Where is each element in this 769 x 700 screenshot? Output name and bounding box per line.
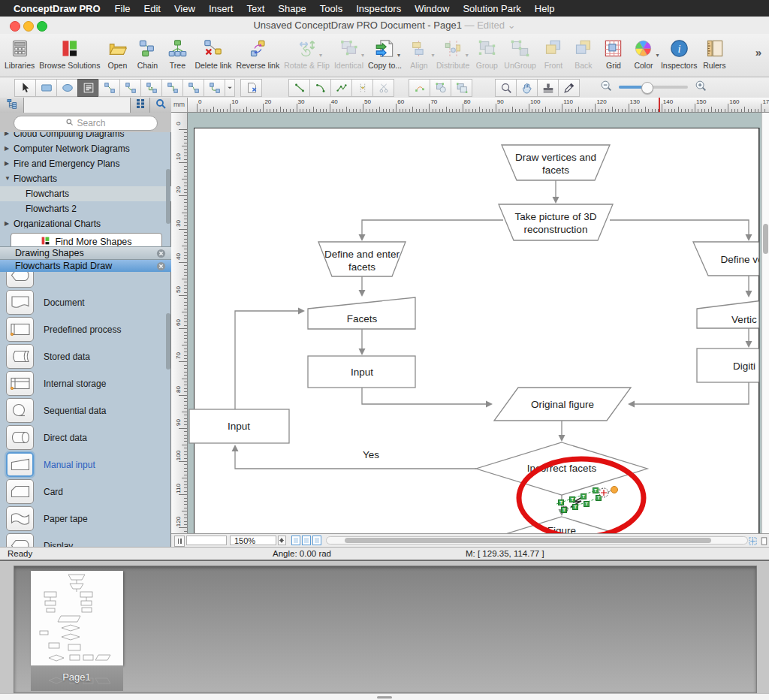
zoom-in-icon[interactable] — [694, 79, 707, 95]
shape-item-card[interactable]: Card — [6, 478, 165, 505]
library-item-flowcharts[interactable]: ▼Flowcharts — [0, 171, 171, 186]
toolbar-delete-link[interactable]: Delete link — [195, 37, 231, 70]
canvas-vscroll-thumb[interactable] — [763, 224, 768, 254]
shape-item-predefined-process[interactable]: Predefined process — [6, 316, 165, 343]
shape-item-document[interactable]: Document — [6, 289, 165, 316]
tool-dropdown-caret[interactable] — [225, 79, 235, 97]
library-item-cloud-computing-diagrams[interactable]: ▶Cloud Computing Diagrams — [0, 132, 171, 141]
library-item-flowcharts-2-sub[interactable]: Flowcharts 2 — [0, 201, 171, 216]
zoom-level-field[interactable]: 150% — [230, 536, 276, 545]
document-viewport[interactable]: Draw vertices and facets Take picture of… — [188, 113, 769, 533]
tool-connector-smart[interactable] — [140, 79, 162, 97]
section-drawing-shapes[interactable]: Drawing Shapes — [0, 246, 171, 259]
canvas-hscroll-thumb[interactable] — [345, 538, 711, 543]
toolbar-copy-to[interactable]: ▾Copy to... — [368, 37, 402, 70]
tool-hand[interactable] — [516, 79, 538, 97]
disclosure-right-icon[interactable]: ▶ — [5, 216, 9, 228]
shapes-scrollbar-thumb[interactable] — [166, 313, 170, 370]
library-item-computer-network-diagrams[interactable]: ▶Computer Network Diagrams — [0, 141, 171, 156]
toolbar-color[interactable]: ▾Color — [631, 37, 656, 70]
search-library-button[interactable] — [150, 98, 171, 113]
tool-connector-elbow[interactable] — [161, 79, 183, 97]
tool-polyline[interactable] — [330, 79, 352, 97]
toolbar-reverse-link[interactable]: Reverse link — [236, 37, 279, 70]
tool-reshape[interactable] — [409, 79, 430, 97]
menu-item-inspectors[interactable]: Inspectors — [349, 3, 408, 14]
page-view-button-1[interactable] — [291, 536, 300, 545]
tool-eyedropper[interactable] — [558, 79, 580, 97]
close-icon[interactable] — [156, 261, 166, 271]
shape-item-direct-data[interactable]: Direct data — [6, 424, 165, 451]
toolbar-overflow-chevron-icon[interactable]: » — [755, 46, 761, 59]
section-flowcharts-rapid-draw[interactable]: Flowcharts Rapid Draw — [0, 259, 171, 272]
zoom-slider-knob[interactable] — [641, 82, 653, 94]
page1-thumbnail[interactable] — [31, 571, 123, 665]
tool-text[interactable] — [77, 79, 99, 97]
toolbar-rulers[interactable]: Rulers — [701, 37, 727, 70]
tool-delete-shape[interactable] — [240, 79, 262, 97]
tool-magnifier[interactable] — [495, 79, 517, 97]
disclosure-right-icon[interactable]: ▶ — [5, 132, 9, 141]
toolbar-libraries[interactable]: Libraries — [5, 37, 35, 70]
zoom-slider[interactable] — [619, 86, 688, 89]
library-item-organizational-charts[interactable]: ▶Organizational Charts — [0, 216, 171, 228]
tool-split[interactable] — [351, 79, 373, 97]
page-tab-label[interactable]: Page1 — [44, 671, 109, 683]
library-item-flowcharts-sub[interactable]: Flowcharts — [0, 186, 171, 201]
toolbar-inspectors[interactable]: iInspectors — [661, 37, 697, 70]
zoom-stepper[interactable] — [278, 536, 286, 545]
menu-item-shape[interactable]: Shape — [271, 3, 313, 14]
shape-item-manual-input[interactable]: Manual input — [6, 451, 165, 478]
toolbar-grid[interactable]: Grid — [601, 37, 626, 70]
tool-ellipse[interactable] — [56, 79, 78, 97]
fit-page-icon[interactable] — [748, 536, 758, 546]
page-mode-icon[interactable] — [759, 536, 769, 546]
shape-item-partial[interactable] — [6, 272, 165, 289]
toolbar-chain[interactable]: Chain — [134, 37, 160, 70]
menu-item-edit[interactable]: Edit — [137, 3, 167, 14]
menu-item-tools[interactable]: Tools — [313, 3, 349, 14]
disclosure-down-icon[interactable]: ▼ — [5, 171, 11, 186]
page-view-button-2[interactable] — [302, 536, 311, 545]
menu-item-text[interactable]: Text — [240, 3, 271, 14]
resize-grip[interactable] — [377, 696, 392, 698]
menu-item-help[interactable]: Help — [528, 3, 562, 14]
menu-item-file[interactable]: File — [108, 3, 137, 14]
tool-cut[interactable] — [372, 79, 394, 97]
menu-item-window[interactable]: Window — [408, 3, 456, 14]
disclosure-right-icon[interactable]: ▶ — [5, 156, 9, 171]
menu-item-view[interactable]: View — [167, 3, 202, 14]
apple-app-menu[interactable]: ConceptDraw PRO — [0, 3, 108, 14]
zoom-out-icon[interactable] — [599, 79, 613, 95]
tool-subtract[interactable] — [430, 79, 451, 97]
tool-select[interactable] — [14, 79, 36, 97]
close-icon[interactable] — [156, 249, 166, 258]
tool-rectangle[interactable] — [35, 79, 57, 97]
tool-connector-arc[interactable] — [119, 79, 141, 97]
tool-connector-rounded[interactable] — [204, 79, 225, 97]
endpoint-handle[interactable] — [611, 487, 618, 493]
tool-combine[interactable] — [451, 79, 472, 97]
canvas-horizontal-scrollbar[interactable] — [326, 536, 748, 545]
split-view-button[interactable] — [174, 536, 185, 547]
shape-item-paper-tape[interactable]: Paper tape — [6, 505, 165, 533]
toolbar-browse-solutions[interactable]: Browse Solutions — [39, 37, 100, 70]
tool-arc[interactable] — [309, 79, 331, 97]
toolbar-tree[interactable]: Tree — [164, 37, 190, 70]
shape-item-internal-storage[interactable]: Internal storage — [6, 370, 165, 397]
shape-item-stored-data[interactable]: Stored data — [6, 343, 165, 370]
shape-item-sequential-data[interactable]: Sequential data — [6, 397, 165, 424]
menu-item-solution-park[interactable]: Solution Park — [456, 3, 527, 14]
page-view-button-3[interactable] — [312, 536, 321, 545]
sidebar-scrollbar-thumb[interactable] — [166, 169, 170, 224]
library-item-fire-and-emergency-plans[interactable]: ▶Fire and Emergency Plans — [0, 156, 171, 171]
shape-item-display[interactable]: Display — [6, 533, 165, 547]
tool-stamp[interactable] — [537, 79, 559, 97]
tool-connector-direct[interactable] — [98, 79, 120, 97]
search-input[interactable]: Search — [14, 116, 158, 131]
tool-line[interactable] — [288, 79, 310, 97]
tree-view-button[interactable] — [0, 98, 24, 113]
tool-connector-curve[interactable] — [182, 79, 204, 97]
rotate-handle-icon[interactable] — [599, 488, 608, 497]
canvas-vertical-scrollbar[interactable] — [761, 113, 769, 533]
